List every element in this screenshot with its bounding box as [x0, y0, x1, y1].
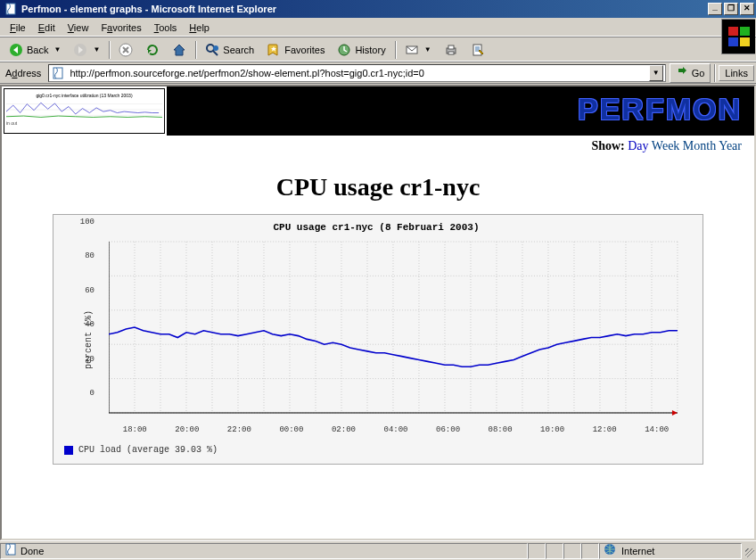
edit-icon: [471, 43, 485, 57]
menu-favorites[interactable]: Favorites: [94, 21, 147, 35]
page-body: gig0.cr1-nyc interface utilization (13 M…: [2, 86, 754, 539]
ytick-label: 100: [80, 218, 94, 226]
links-label: Links: [725, 68, 748, 78]
svg-rect-14: [448, 52, 454, 54]
menu-view[interactable]: View: [62, 21, 95, 35]
search-button[interactable]: Search: [200, 39, 259, 61]
xtick-label: 04:00: [383, 425, 407, 434]
zone-text: Internet: [621, 546, 654, 556]
xtick-label: 14:00: [645, 425, 669, 434]
app-icon: [4, 2, 18, 16]
ytick-label: 60: [85, 286, 94, 295]
refresh-button[interactable]: [140, 39, 165, 61]
home-icon: [172, 43, 186, 57]
address-box: ▼: [48, 64, 665, 82]
toolbar-separator: [195, 41, 196, 59]
xtick-label: 06:00: [436, 425, 460, 434]
range-month[interactable]: Month: [683, 139, 716, 152]
edit-button[interactable]: [465, 39, 490, 61]
svg-rect-13: [448, 45, 454, 49]
back-label: Back: [27, 45, 48, 55]
chart-legend: CPU load (average 39.03 %): [64, 445, 688, 455]
show-label: Show:: [591, 139, 624, 152]
content-viewport[interactable]: gig0.cr1-nyc interface utilization (13 M…: [0, 85, 756, 540]
page-title: CPU usage cr1-nyc: [2, 173, 754, 202]
search-icon: [205, 43, 219, 57]
addressbar-separator: [714, 64, 715, 82]
legend-text: CPU load (average 39.03 %): [78, 445, 218, 455]
status-pane: Done: [0, 543, 528, 559]
toolbar: Back ▼ ▼ Search Favorites: [0, 37, 756, 62]
range-day[interactable]: Day: [628, 139, 648, 152]
chart-title: CPU usage cr1-nyc (8 Februari 2003): [64, 222, 688, 233]
resize-grip[interactable]: [742, 543, 756, 559]
forward-icon: [73, 43, 87, 57]
security-zone: Internet: [599, 543, 742, 559]
svg-rect-2: [740, 27, 750, 36]
status-slot: [563, 543, 581, 559]
dropdown-icon: ▼: [424, 45, 431, 54]
svg-rect-4: [740, 37, 750, 46]
menu-file[interactable]: File: [4, 21, 32, 35]
status-slot: [581, 543, 599, 559]
history-icon: [337, 43, 351, 57]
toolbar-separator: [395, 41, 396, 59]
print-button[interactable]: [439, 39, 464, 61]
svg-rect-1: [728, 27, 738, 36]
xtick-label: 08:00: [489, 425, 513, 434]
links-button[interactable]: Links: [719, 65, 754, 81]
xtick-label: 18:00: [123, 425, 147, 434]
home-button[interactable]: [167, 39, 192, 61]
internet-icon: [604, 543, 616, 558]
back-icon: [9, 43, 23, 57]
dropdown-icon: ▼: [93, 45, 100, 54]
history-button[interactable]: History: [332, 39, 390, 61]
logo-text: PERFMON: [578, 92, 742, 127]
stop-button[interactable]: [113, 39, 138, 61]
thumb-legend: in out: [6, 120, 162, 126]
menu-tools[interactable]: Tools: [148, 21, 184, 35]
xtick-label: 10:00: [540, 425, 564, 434]
svg-rect-3: [728, 37, 738, 46]
favorites-button[interactable]: Favorites: [261, 39, 330, 61]
range-week[interactable]: Week: [652, 139, 680, 152]
perfmon-header: gig0.cr1-nyc interface utilization (13 M…: [2, 86, 754, 136]
close-button[interactable]: [740, 3, 754, 15]
window-title: Perfmon - element graphs - Microsoft Int…: [21, 4, 708, 14]
titlebar: Perfmon - element graphs - Microsoft Int…: [0, 0, 756, 18]
menu-edit[interactable]: Edit: [32, 21, 62, 35]
status-slot: [528, 543, 546, 559]
menu-help[interactable]: Help: [183, 21, 216, 35]
thumbnail-chart[interactable]: gig0.cr1-nyc interface utilization (13 M…: [2, 86, 167, 136]
range-year[interactable]: Year: [719, 139, 742, 152]
minimize-button[interactable]: [708, 3, 722, 15]
xtick-label: 22:00: [227, 425, 251, 434]
done-icon: [4, 543, 17, 558]
svg-point-8: [207, 45, 214, 52]
print-icon: [444, 43, 458, 57]
stop-icon: [119, 43, 133, 57]
maximize-button[interactable]: [724, 3, 738, 15]
address-input[interactable]: [68, 66, 648, 80]
history-label: History: [355, 45, 385, 55]
chart-canvas: [109, 238, 683, 425]
menubar: File Edit View Favorites Tools Help: [0, 18, 756, 37]
favorites-icon: [267, 43, 281, 57]
go-button[interactable]: Go: [670, 63, 711, 83]
cpu-chart: CPU usage cr1-nyc (8 Februari 2003) perc…: [53, 214, 703, 465]
ytick-label: 0: [90, 389, 94, 398]
xtick-label: 02:00: [332, 425, 356, 434]
addressbar: Address ▼ Go Links: [0, 62, 756, 84]
address-label: Address: [2, 68, 45, 78]
thumb-title: gig0.cr1-nyc interface utilization (13 M…: [6, 93, 162, 98]
ytick-label: 40: [85, 320, 94, 329]
status-slot: [546, 543, 563, 559]
dropdown-icon: ▼: [53, 45, 61, 54]
mail-button[interactable]: ▼: [399, 39, 437, 61]
search-label: Search: [223, 45, 254, 55]
address-dropdown[interactable]: ▼: [649, 65, 663, 81]
chart-xticks: 18:0020:0022:0000:0002:0004:0006:0008:00…: [109, 425, 683, 438]
back-button[interactable]: Back ▼: [4, 39, 66, 61]
forward-button[interactable]: ▼: [68, 39, 105, 61]
xtick-label: 00:00: [279, 425, 303, 434]
